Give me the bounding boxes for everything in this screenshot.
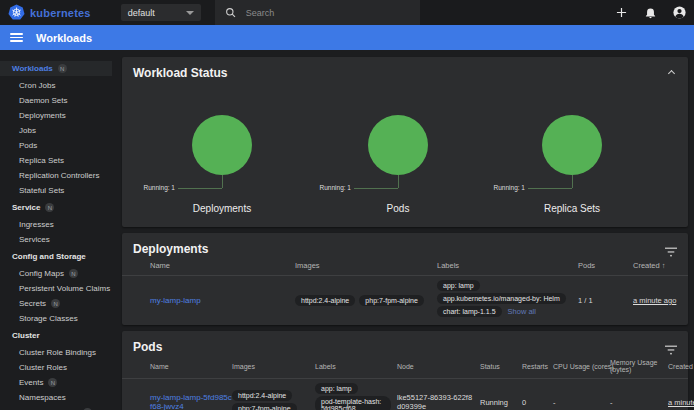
- show-all-link[interactable]: Show all: [508, 307, 536, 316]
- sidebar-item-namespaces[interactable]: Namespaces: [0, 390, 112, 405]
- chart-callout: Running: 1: [320, 184, 351, 191]
- label-chip: pod-template-hash: 5fd985cf68: [315, 396, 391, 410]
- topbar-actions: [614, 0, 686, 25]
- sidebar-item-services[interactable]: Services: [0, 232, 112, 247]
- image-chip: httpd:2.4-alpine: [295, 295, 355, 306]
- label-chip: app: lamp: [437, 280, 480, 291]
- namespace-selected-value: default: [128, 8, 155, 18]
- kubernetes-logo-icon: [8, 4, 25, 21]
- pod-restarts-count: 0: [522, 398, 553, 407]
- col-header-labels[interactable]: Labels: [437, 256, 578, 275]
- replica-sets-pie-chart: Running: 1 Replica Sets: [492, 115, 652, 175]
- sidebar-item-cluster[interactable]: Cluster: [0, 328, 112, 343]
- col-header-created[interactable]: Created ↑: [633, 256, 688, 275]
- pod-status-text: Running: [480, 398, 522, 407]
- col-header-memory-usage[interactable]: Memory Usage (bytes): [610, 354, 668, 378]
- sidebar-item-secrets[interactable]: Secrets N: [0, 296, 112, 311]
- menu-hamburger-icon[interactable]: [10, 33, 23, 42]
- col-header-labels[interactable]: Labels: [315, 358, 397, 375]
- pod-table-row: my-lamp-lamp-5fd985cf68-jwvz4 httpd:2.4-…: [122, 379, 688, 410]
- sidebar-item-persistent-volume-claims[interactable]: Persistent Volume Claims N: [0, 281, 112, 296]
- sidebar-item-config-and-storage[interactable]: Config and Storage: [0, 249, 112, 264]
- label-chip: chart: lamp-1.1.5: [437, 306, 502, 317]
- deployment-table-row: my-lamp-lamp httpd:2.4-alpine php:7-fpm-…: [122, 276, 688, 324]
- pods-pie-chart: Running: 1 Pods: [318, 115, 478, 175]
- sidebar-item-cluster-roles[interactable]: Cluster Roles: [0, 360, 112, 375]
- label-chip: app: lamp: [315, 383, 358, 394]
- col-header-name[interactable]: Name: [150, 256, 295, 275]
- pod-name-link[interactable]: my-lamp-lamp-5fd985cf68-jwvz4: [150, 393, 232, 410]
- pods-card: Pods Name Images Labels Node Status Rest…: [122, 331, 688, 410]
- chart-title: Deployments: [142, 203, 302, 214]
- sidebar-item-pods[interactable]: Pods: [0, 138, 112, 153]
- sidebar-item-cluster-role-bindings[interactable]: Cluster Role Bindings: [0, 345, 112, 360]
- sidebar-item-cron-jobs[interactable]: Cron Jobs: [0, 78, 112, 93]
- chevron-down-icon: [186, 11, 194, 15]
- pods-table-header: Name Images Labels Node Status Restarts …: [122, 354, 688, 379]
- deployment-name-link[interactable]: my-lamp-lamp: [150, 296, 207, 305]
- pie-running-slice: [542, 115, 602, 175]
- search-input[interactable]: [246, 8, 396, 18]
- workload-status-title: Workload Status: [122, 57, 688, 80]
- deployments-card: Deployments Name Images Labels Pods Crea…: [122, 233, 688, 325]
- col-header-pods[interactable]: Pods: [578, 256, 633, 275]
- brand-title: kubernetes: [30, 7, 91, 19]
- sidebar-item-config-maps[interactable]: Config Maps N: [0, 266, 112, 281]
- chart-callout: Running: 1: [144, 184, 175, 191]
- sidebar-item-storage-classes[interactable]: Storage Classes: [0, 311, 112, 326]
- deployment-images-cell: httpd:2.4-alpine php:7-fpm-alpine: [295, 294, 437, 307]
- pod-images-cell: httpd:2.4-alpine php:7-fpm-alpine: [232, 389, 315, 410]
- deployments-card-title: Deployments: [122, 233, 688, 256]
- col-header-node[interactable]: Node: [397, 358, 480, 375]
- deployment-pods-count: 1 / 1: [578, 296, 633, 305]
- chart-title: Pods: [318, 203, 478, 214]
- page-title: Workloads: [36, 32, 92, 44]
- pod-labels-cell: app: lamp pod-template-hash: 5fd985cf68: [315, 379, 397, 410]
- pod-node-name: lke55127-86393-622f8d09399e: [397, 393, 480, 410]
- pod-created-age: a minute ago: [668, 398, 694, 407]
- sidebar-item-stateful-sets[interactable]: Stateful Sets: [0, 183, 112, 198]
- user-account-icon[interactable]: [672, 6, 686, 20]
- main-panel: Workload Status Running: 1 Deployments R…: [112, 50, 694, 410]
- pie-running-slice: [368, 115, 428, 175]
- pie-running-slice: [192, 115, 252, 175]
- namespaced-badge-icon: N: [51, 299, 60, 308]
- namespaced-badge-icon: N: [58, 64, 67, 73]
- sort-ascending-icon: ↑: [662, 261, 666, 270]
- col-header-status[interactable]: Status: [480, 358, 522, 375]
- search-box[interactable]: [215, 0, 420, 25]
- top-bar: kubernetes default: [0, 0, 694, 25]
- app-bar: Workloads: [0, 25, 694, 50]
- col-header-images[interactable]: Images: [295, 256, 437, 275]
- sidebar-item-service[interactable]: Service N: [0, 200, 112, 215]
- sidebar-item-deployments[interactable]: Deployments: [0, 108, 112, 123]
- sidebar-nav: Workloads N Cron Jobs Daemon Sets Deploy…: [0, 50, 112, 410]
- namespace-selector[interactable]: default: [121, 4, 201, 21]
- image-chip: php:7-fpm-alpine: [359, 295, 424, 306]
- create-plus-icon[interactable]: [614, 6, 628, 20]
- notifications-bell-icon[interactable]: [643, 6, 657, 20]
- filter-icon[interactable]: [665, 243, 677, 261]
- filter-icon[interactable]: [665, 341, 677, 359]
- sidebar-item-replica-sets[interactable]: Replica Sets: [0, 153, 112, 168]
- sidebar-item-events[interactable]: Events N: [0, 375, 112, 390]
- col-header-name[interactable]: Name: [150, 358, 232, 375]
- pod-cpu-usage: -: [553, 398, 610, 407]
- namespaced-badge-icon: N: [48, 378, 57, 387]
- image-chip: php:7-fpm-alpine: [232, 403, 297, 410]
- sidebar-item-jobs[interactable]: Jobs: [0, 123, 112, 138]
- sidebar-item-network-policies[interactable]: Network Policies N: [0, 405, 112, 410]
- col-header-restarts[interactable]: Restarts: [522, 358, 553, 375]
- col-header-created[interactable]: Created ↑: [668, 358, 694, 375]
- search-icon: [225, 7, 236, 18]
- collapse-chevron-up-icon[interactable]: [667, 69, 675, 77]
- col-header-images[interactable]: Images: [232, 358, 315, 375]
- sidebar-item-daemon-sets[interactable]: Daemon Sets: [0, 93, 112, 108]
- chart-callout: Running: 1: [494, 184, 525, 191]
- pod-memory-usage: -: [610, 398, 668, 407]
- sidebar-item-ingresses[interactable]: Ingresses: [0, 217, 112, 232]
- sidebar-item-replication-controllers[interactable]: Replication Controllers: [0, 168, 112, 183]
- sidebar-item-workloads[interactable]: Workloads N: [0, 61, 112, 76]
- col-header-cpu-usage[interactable]: CPU Usage (cores): [553, 358, 610, 375]
- deployment-labels-cell: app: lamp app.kubernetes.io/managed-by: …: [437, 276, 578, 321]
